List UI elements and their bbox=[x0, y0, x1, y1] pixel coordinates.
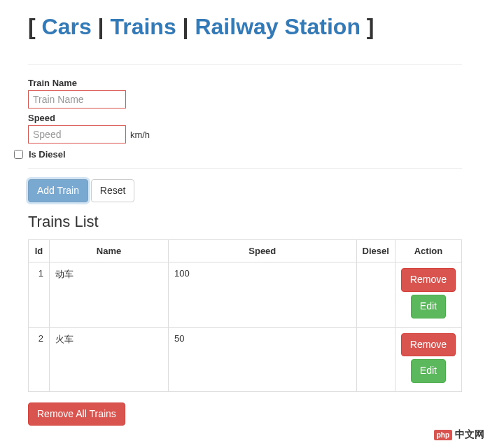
watermark-logo: php bbox=[434, 430, 452, 440]
table-header-row: Id Name Speed Diesel Action bbox=[29, 240, 462, 262]
is-diesel-label: Is Diesel bbox=[29, 149, 66, 160]
train-name-input[interactable] bbox=[28, 90, 126, 108]
form-buttons: Add Train Reset bbox=[14, 179, 476, 203]
speed-input[interactable] bbox=[28, 125, 126, 144]
divider bbox=[28, 64, 462, 65]
trains-list-title: Trains List bbox=[28, 213, 462, 231]
add-train-button[interactable]: Add Train bbox=[28, 179, 88, 203]
nav-pipe: | bbox=[183, 14, 195, 39]
trains-table: Id Name Speed Diesel Action 1 动车 100 Rem… bbox=[28, 239, 462, 391]
page-header: [ Cars | Trains | Railway Station ] bbox=[14, 0, 476, 64]
train-form: Train Name Speed km/h Is Diesel bbox=[14, 78, 476, 160]
table-row: 1 动车 100 Remove Edit bbox=[29, 262, 462, 327]
col-name: Name bbox=[50, 240, 169, 262]
speed-label: Speed bbox=[28, 113, 462, 123]
col-diesel: Diesel bbox=[356, 240, 395, 262]
nav-link-cars[interactable]: Cars bbox=[42, 14, 92, 39]
bracket-close: ] bbox=[367, 14, 374, 39]
trains-list-section: Trains List Id Name Speed Diesel Action … bbox=[14, 213, 476, 391]
cell-action: Remove Edit bbox=[395, 262, 461, 327]
cell-name: 火车 bbox=[50, 327, 169, 391]
col-id: Id bbox=[29, 240, 50, 262]
train-name-label: Train Name bbox=[28, 78, 462, 88]
cell-id: 2 bbox=[29, 327, 50, 391]
remove-all-trains-button[interactable]: Remove All Trains bbox=[28, 402, 125, 426]
watermark: php 中文网 bbox=[434, 428, 484, 441]
reset-button[interactable]: Reset bbox=[91, 179, 135, 203]
cell-name: 动车 bbox=[50, 262, 169, 327]
speed-suffix: km/h bbox=[130, 130, 150, 140]
remove-button[interactable]: Remove bbox=[401, 333, 456, 357]
nav-pipe: | bbox=[98, 14, 111, 39]
col-speed: Speed bbox=[169, 240, 357, 262]
nav-link-trains[interactable]: Trains bbox=[110, 14, 176, 39]
col-action: Action bbox=[395, 240, 461, 262]
remove-button[interactable]: Remove bbox=[401, 268, 456, 292]
nav-link-railway-station[interactable]: Railway Station bbox=[195, 14, 360, 39]
cell-action: Remove Edit bbox=[395, 327, 461, 391]
divider bbox=[28, 168, 462, 169]
header-title: [ Cars | Trains | Railway Station ] bbox=[28, 14, 462, 40]
footer-buttons: Remove All Trains bbox=[14, 402, 476, 426]
bracket-open: [ bbox=[28, 14, 36, 39]
edit-button[interactable]: Edit bbox=[411, 295, 446, 318]
edit-button[interactable]: Edit bbox=[411, 359, 446, 383]
cell-diesel bbox=[356, 327, 395, 391]
watermark-text: 中文网 bbox=[455, 428, 484, 441]
cell-id: 1 bbox=[29, 262, 50, 327]
table-row: 2 火车 50 Remove Edit bbox=[29, 327, 462, 391]
cell-diesel bbox=[356, 262, 395, 327]
cell-speed: 50 bbox=[169, 327, 357, 391]
cell-speed: 100 bbox=[169, 262, 357, 327]
is-diesel-checkbox[interactable] bbox=[14, 150, 23, 159]
